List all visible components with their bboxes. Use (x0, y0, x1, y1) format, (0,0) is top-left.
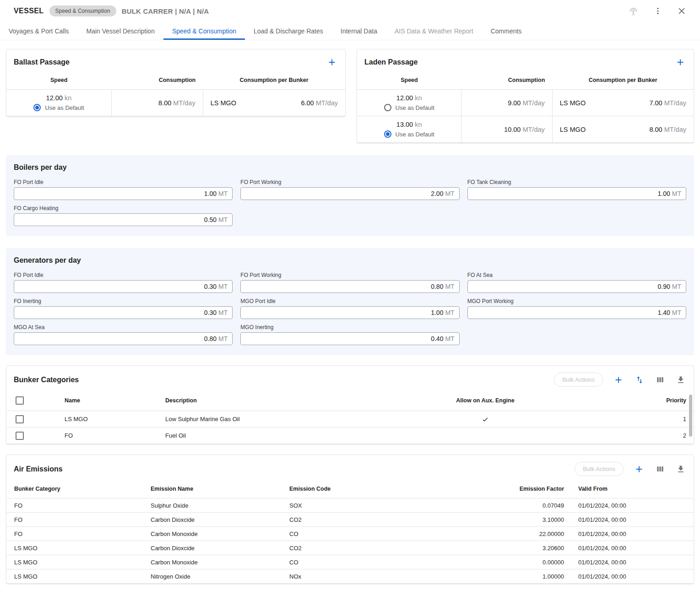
bulk-actions-button[interactable]: Bulk Actions (554, 373, 603, 387)
gen-mgo-at-sea-input[interactable]: 0.80 MT (14, 332, 233, 345)
input-unit: MT (445, 335, 454, 342)
gen-mgo-port-idle-input[interactable]: 1.00 MT (240, 306, 459, 319)
field-label: FO Cargo Heating (14, 205, 233, 211)
fo-tank-cleaning-input[interactable]: 1.00 MT (467, 187, 686, 200)
gen-mgo-port-working-input[interactable]: 1.40 MT (467, 306, 686, 319)
bulk-actions-button[interactable]: Bulk Actions (575, 462, 624, 476)
emission-name: Carbon Monoxide (151, 555, 289, 569)
table-row[interactable]: LS MGO Carbon Dioxcide CO2 3.20600 01/01… (6, 541, 694, 555)
tab-voyages-port-calls[interactable]: Voyages & Port Calls (0, 22, 78, 40)
valid-from: 01/01/2024, 00:00 (572, 513, 694, 527)
sort-import-export-icon[interactable] (634, 374, 645, 385)
gen-fo-at-sea-input[interactable]: 0.90 MT (467, 280, 686, 293)
use-as-default-option[interactable]: Use as Default (357, 104, 461, 111)
bunker-consumption-unit: MT/day (316, 99, 338, 107)
boilers-title: Boilers per day (14, 163, 686, 172)
input-value: 1.00 (431, 309, 443, 316)
field-label: MGO At Sea (14, 324, 233, 330)
page-title: VESSEL (14, 7, 44, 15)
valid-from: 01/01/2024, 00:00 (572, 541, 694, 555)
add-air-emission-button[interactable] (633, 463, 645, 475)
valid-from: 01/01/2024, 00:00 (572, 569, 694, 584)
ballast-passage-card: Ballast Passage Speed Consumption Consum… (6, 49, 346, 117)
close-icon[interactable] (676, 5, 687, 16)
gen-fo-inerting-input[interactable]: 0.30 MT (14, 306, 233, 319)
radio-unchecked-icon[interactable] (384, 104, 391, 111)
column-header-emission-code: Emission Code (289, 480, 492, 498)
field-label: FO At Sea (467, 272, 686, 278)
tab-speed-consumption[interactable]: Speed & Consumption (163, 22, 245, 40)
download-icon[interactable] (675, 374, 686, 385)
vertical-scrollbar[interactable] (689, 395, 692, 437)
input-value: 0.80 (204, 335, 217, 342)
use-as-default-option[interactable]: Use as Default (357, 130, 461, 138)
emission-code: CO (289, 555, 492, 569)
gen-fo-port-working-input[interactable]: 0.80 MT (240, 280, 459, 293)
column-header-consumption-per-bunker: Consumption per Bunker (552, 72, 694, 90)
air-emissions-table: Bunker Category Emission Name Emission C… (6, 480, 694, 584)
ballast-add-button[interactable] (326, 56, 338, 68)
table-row[interactable]: 12.00 kn Use as Default 9.00 MT/day (357, 90, 694, 116)
input-unit: MT (672, 283, 681, 290)
input-unit: MT (445, 309, 454, 316)
download-icon[interactable] (675, 464, 686, 475)
column-header-speed: Speed (6, 72, 111, 90)
gen-mgo-inerting-input[interactable]: 0.40 MT (240, 332, 459, 345)
columns-icon[interactable] (655, 464, 666, 475)
field-mgo-port-working: MGO Port Working 1.40 MT (467, 298, 686, 319)
bunker-consumption-unit: MT/day (664, 99, 686, 107)
air-emissions-card: Air Emissions Bulk Actions Bunker Catego… (6, 455, 694, 584)
table-row[interactable]: FO Sulphur Oxide SOX 0.07049 01/01/2024,… (6, 498, 694, 513)
consumption-unit: MT/day (522, 126, 544, 133)
columns-icon[interactable] (655, 374, 666, 385)
field-fo-port-idle: FO Port Idle 0.30 MT (14, 272, 233, 293)
use-as-default-option[interactable]: Use as Default (6, 104, 111, 111)
fo-port-idle-input[interactable]: 1.00 MT (14, 187, 233, 200)
table-row[interactable]: FO Fuel Oil 2 (6, 428, 694, 444)
air-emissions-title: Air Emissions (14, 465, 63, 473)
tab-internal-data[interactable]: Internal Data (332, 22, 386, 40)
tab-ais-data-weather-report[interactable]: AIS Data & Weather Report (386, 22, 482, 40)
column-header-consumption: Consumption (111, 72, 203, 90)
table-row[interactable]: LS MGO Carbon Monoxide CO 0.00000 01/01/… (6, 555, 694, 569)
table-row[interactable]: LS MGO Low Sulphur Marine Gas Oil 1 (6, 411, 694, 428)
bunker-consumption-value: 6.00 (301, 99, 314, 107)
table-row[interactable]: FO Carbon Monoxide CO 22.00000 01/01/202… (6, 527, 694, 541)
radio-checked-icon[interactable] (33, 104, 41, 111)
antenna-icon[interactable] (627, 5, 640, 17)
laden-add-button[interactable] (674, 56, 686, 68)
fo-port-working-input[interactable]: 2.00 MT (240, 187, 459, 200)
field-label: FO Inerting (14, 298, 233, 304)
column-header-priority: Priority (646, 391, 694, 411)
field-fo-port-idle: FO Port Idle 1.00 MT (14, 179, 233, 200)
emission-code: CO2 (289, 513, 492, 527)
bunker-priority: 2 (646, 428, 694, 444)
speed-value: 12.00 (396, 94, 413, 102)
row-checkbox[interactable] (16, 432, 24, 440)
fo-cargo-heating-input[interactable]: 0.50 MT (14, 213, 233, 226)
row-checkbox[interactable] (16, 415, 24, 423)
table-row[interactable]: FO Carbon Dioxcide CO2 3.10000 01/01/202… (6, 513, 694, 527)
gen-fo-port-idle-input[interactable]: 0.30 MT (14, 280, 233, 293)
radio-checked-icon[interactable] (384, 130, 391, 138)
select-all-checkbox[interactable] (16, 396, 24, 405)
table-row[interactable]: 13.00 kn Use as Default 10.00 MT/day (357, 116, 694, 143)
bunker-name: FO (65, 428, 165, 444)
bunker-name: LS MGO (560, 126, 586, 133)
input-unit: MT (218, 335, 228, 342)
tab-load-discharge-rates[interactable]: Load & Discharge Rates (245, 22, 332, 40)
table-row[interactable]: LS MGO Nitrogen Oxide NOx 1.00000 01/01/… (6, 569, 694, 584)
input-value: 0.30 (204, 283, 217, 290)
emission-name: Sulphur Oxide (151, 498, 289, 513)
tab-comments[interactable]: Comments (482, 22, 531, 40)
table-row[interactable]: 12.00 kn Use as Default 8.00 MT/day (6, 90, 345, 116)
field-fo-tank-cleaning: FO Tank Cleaning 1.00 MT (467, 179, 686, 200)
input-unit: MT (218, 309, 228, 316)
add-bunker-category-button[interactable] (613, 374, 624, 386)
bunker-category: LS MGO (6, 555, 151, 569)
tab-main-vessel-description[interactable]: Main Vessel Description (78, 22, 163, 40)
kebab-menu-icon[interactable] (652, 5, 663, 16)
input-value: 0.90 (658, 283, 670, 290)
speed-value: 13.00 (396, 121, 413, 128)
bunker-description: Low Sulphur Marine Gas Oil (165, 411, 325, 428)
